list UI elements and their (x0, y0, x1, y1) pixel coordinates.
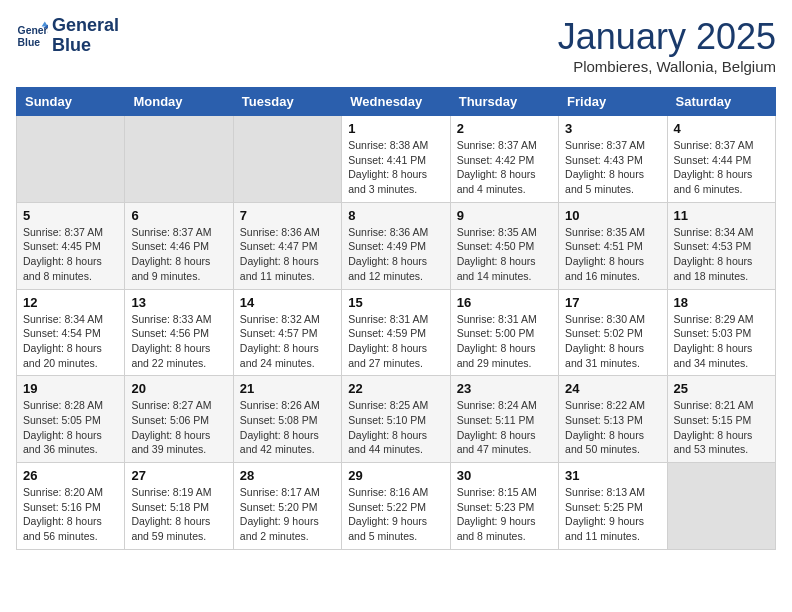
calendar-cell: 12Sunrise: 8:34 AM Sunset: 4:54 PM Dayli… (17, 289, 125, 376)
calendar-cell: 21Sunrise: 8:26 AM Sunset: 5:08 PM Dayli… (233, 376, 341, 463)
calendar-cell: 23Sunrise: 8:24 AM Sunset: 5:11 PM Dayli… (450, 376, 558, 463)
weekday-header-wednesday: Wednesday (342, 88, 450, 116)
calendar-week-row: 5Sunrise: 8:37 AM Sunset: 4:45 PM Daylig… (17, 202, 776, 289)
day-number: 6 (131, 208, 226, 223)
cell-content: Sunrise: 8:31 AM Sunset: 5:00 PM Dayligh… (457, 312, 552, 371)
location: Plombieres, Wallonia, Belgium (558, 58, 776, 75)
day-number: 26 (23, 468, 118, 483)
cell-content: Sunrise: 8:20 AM Sunset: 5:16 PM Dayligh… (23, 485, 118, 544)
calendar-cell: 10Sunrise: 8:35 AM Sunset: 4:51 PM Dayli… (559, 202, 667, 289)
cell-content: Sunrise: 8:19 AM Sunset: 5:18 PM Dayligh… (131, 485, 226, 544)
cell-content: Sunrise: 8:24 AM Sunset: 5:11 PM Dayligh… (457, 398, 552, 457)
logo: General Blue General Blue (16, 16, 119, 56)
calendar-cell: 28Sunrise: 8:17 AM Sunset: 5:20 PM Dayli… (233, 463, 341, 550)
logo-icon: General Blue (16, 20, 48, 52)
cell-content: Sunrise: 8:27 AM Sunset: 5:06 PM Dayligh… (131, 398, 226, 457)
cell-content: Sunrise: 8:38 AM Sunset: 4:41 PM Dayligh… (348, 138, 443, 197)
cell-content: Sunrise: 8:28 AM Sunset: 5:05 PM Dayligh… (23, 398, 118, 457)
day-number: 28 (240, 468, 335, 483)
day-number: 16 (457, 295, 552, 310)
calendar-cell (233, 116, 341, 203)
cell-content: Sunrise: 8:37 AM Sunset: 4:43 PM Dayligh… (565, 138, 660, 197)
day-number: 18 (674, 295, 769, 310)
calendar-cell: 7Sunrise: 8:36 AM Sunset: 4:47 PM Daylig… (233, 202, 341, 289)
cell-content: Sunrise: 8:13 AM Sunset: 5:25 PM Dayligh… (565, 485, 660, 544)
calendar-cell: 30Sunrise: 8:15 AM Sunset: 5:23 PM Dayli… (450, 463, 558, 550)
cell-content: Sunrise: 8:31 AM Sunset: 4:59 PM Dayligh… (348, 312, 443, 371)
calendar-cell: 5Sunrise: 8:37 AM Sunset: 4:45 PM Daylig… (17, 202, 125, 289)
calendar-cell: 4Sunrise: 8:37 AM Sunset: 4:44 PM Daylig… (667, 116, 775, 203)
weekday-header-thursday: Thursday (450, 88, 558, 116)
cell-content: Sunrise: 8:21 AM Sunset: 5:15 PM Dayligh… (674, 398, 769, 457)
day-number: 23 (457, 381, 552, 396)
day-number: 25 (674, 381, 769, 396)
calendar-cell: 31Sunrise: 8:13 AM Sunset: 5:25 PM Dayli… (559, 463, 667, 550)
cell-content: Sunrise: 8:32 AM Sunset: 4:57 PM Dayligh… (240, 312, 335, 371)
calendar-cell: 13Sunrise: 8:33 AM Sunset: 4:56 PM Dayli… (125, 289, 233, 376)
cell-content: Sunrise: 8:37 AM Sunset: 4:42 PM Dayligh… (457, 138, 552, 197)
day-number: 21 (240, 381, 335, 396)
day-number: 22 (348, 381, 443, 396)
cell-content: Sunrise: 8:35 AM Sunset: 4:51 PM Dayligh… (565, 225, 660, 284)
cell-content: Sunrise: 8:35 AM Sunset: 4:50 PM Dayligh… (457, 225, 552, 284)
cell-content: Sunrise: 8:36 AM Sunset: 4:49 PM Dayligh… (348, 225, 443, 284)
day-number: 7 (240, 208, 335, 223)
cell-content: Sunrise: 8:36 AM Sunset: 4:47 PM Dayligh… (240, 225, 335, 284)
calendar-cell: 1Sunrise: 8:38 AM Sunset: 4:41 PM Daylig… (342, 116, 450, 203)
calendar-cell: 27Sunrise: 8:19 AM Sunset: 5:18 PM Dayli… (125, 463, 233, 550)
cell-content: Sunrise: 8:25 AM Sunset: 5:10 PM Dayligh… (348, 398, 443, 457)
logo-text: General Blue (52, 16, 119, 56)
svg-text:Blue: Blue (18, 36, 41, 47)
logo-line2: Blue (52, 35, 91, 55)
day-number: 29 (348, 468, 443, 483)
calendar-cell: 11Sunrise: 8:34 AM Sunset: 4:53 PM Dayli… (667, 202, 775, 289)
calendar-cell: 8Sunrise: 8:36 AM Sunset: 4:49 PM Daylig… (342, 202, 450, 289)
calendar-cell: 19Sunrise: 8:28 AM Sunset: 5:05 PM Dayli… (17, 376, 125, 463)
calendar-cell: 14Sunrise: 8:32 AM Sunset: 4:57 PM Dayli… (233, 289, 341, 376)
calendar-week-row: 26Sunrise: 8:20 AM Sunset: 5:16 PM Dayli… (17, 463, 776, 550)
calendar-cell: 22Sunrise: 8:25 AM Sunset: 5:10 PM Dayli… (342, 376, 450, 463)
calendar-cell (125, 116, 233, 203)
calendar-cell: 16Sunrise: 8:31 AM Sunset: 5:00 PM Dayli… (450, 289, 558, 376)
calendar-cell: 20Sunrise: 8:27 AM Sunset: 5:06 PM Dayli… (125, 376, 233, 463)
calendar-week-row: 1Sunrise: 8:38 AM Sunset: 4:41 PM Daylig… (17, 116, 776, 203)
day-number: 30 (457, 468, 552, 483)
calendar-cell: 24Sunrise: 8:22 AM Sunset: 5:13 PM Dayli… (559, 376, 667, 463)
calendar-cell: 3Sunrise: 8:37 AM Sunset: 4:43 PM Daylig… (559, 116, 667, 203)
page-header: General Blue General Blue January 2025 P… (16, 16, 776, 75)
weekday-header-row: SundayMondayTuesdayWednesdayThursdayFrid… (17, 88, 776, 116)
day-number: 4 (674, 121, 769, 136)
calendar-week-row: 12Sunrise: 8:34 AM Sunset: 4:54 PM Dayli… (17, 289, 776, 376)
day-number: 13 (131, 295, 226, 310)
weekday-header-tuesday: Tuesday (233, 88, 341, 116)
cell-content: Sunrise: 8:22 AM Sunset: 5:13 PM Dayligh… (565, 398, 660, 457)
cell-content: Sunrise: 8:17 AM Sunset: 5:20 PM Dayligh… (240, 485, 335, 544)
day-number: 8 (348, 208, 443, 223)
day-number: 20 (131, 381, 226, 396)
day-number: 9 (457, 208, 552, 223)
calendar-cell: 18Sunrise: 8:29 AM Sunset: 5:03 PM Dayli… (667, 289, 775, 376)
cell-content: Sunrise: 8:34 AM Sunset: 4:54 PM Dayligh… (23, 312, 118, 371)
weekday-header-friday: Friday (559, 88, 667, 116)
calendar-cell (17, 116, 125, 203)
svg-text:General: General (18, 25, 48, 36)
cell-content: Sunrise: 8:16 AM Sunset: 5:22 PM Dayligh… (348, 485, 443, 544)
day-number: 17 (565, 295, 660, 310)
day-number: 27 (131, 468, 226, 483)
cell-content: Sunrise: 8:30 AM Sunset: 5:02 PM Dayligh… (565, 312, 660, 371)
calendar-cell: 17Sunrise: 8:30 AM Sunset: 5:02 PM Dayli… (559, 289, 667, 376)
day-number: 11 (674, 208, 769, 223)
calendar-cell: 2Sunrise: 8:37 AM Sunset: 4:42 PM Daylig… (450, 116, 558, 203)
cell-content: Sunrise: 8:26 AM Sunset: 5:08 PM Dayligh… (240, 398, 335, 457)
day-number: 10 (565, 208, 660, 223)
day-number: 2 (457, 121, 552, 136)
logo-line1: General (52, 15, 119, 35)
calendar-table: SundayMondayTuesdayWednesdayThursdayFrid… (16, 87, 776, 550)
month-title: January 2025 (558, 16, 776, 58)
calendar-cell: 25Sunrise: 8:21 AM Sunset: 5:15 PM Dayli… (667, 376, 775, 463)
cell-content: Sunrise: 8:33 AM Sunset: 4:56 PM Dayligh… (131, 312, 226, 371)
day-number: 19 (23, 381, 118, 396)
day-number: 12 (23, 295, 118, 310)
cell-content: Sunrise: 8:37 AM Sunset: 4:45 PM Dayligh… (23, 225, 118, 284)
calendar-cell: 15Sunrise: 8:31 AM Sunset: 4:59 PM Dayli… (342, 289, 450, 376)
